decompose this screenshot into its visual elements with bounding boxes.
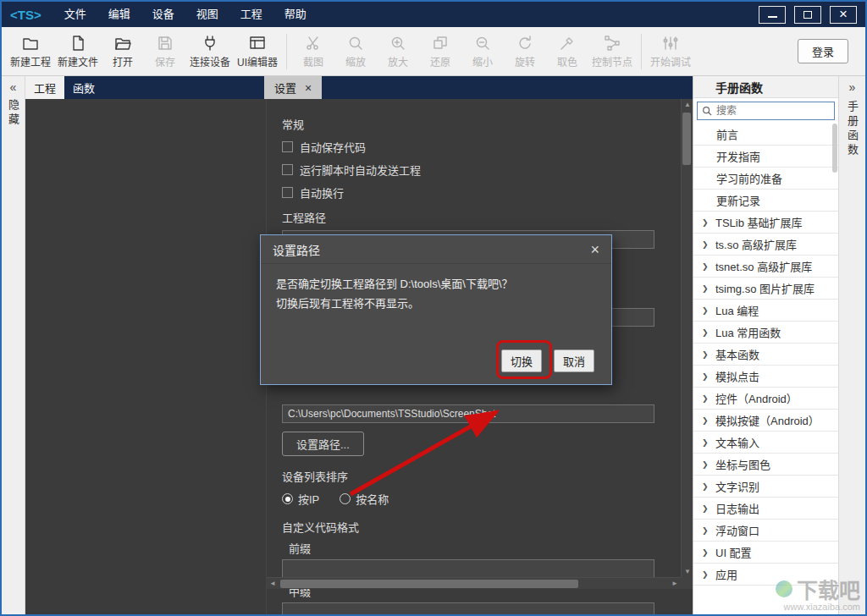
sort-by-ip-option[interactable]: 按IP (282, 491, 319, 507)
dialog-close-icon[interactable] (590, 242, 599, 257)
scroll-left-icon[interactable] (269, 578, 276, 590)
section-general: 常规 (282, 116, 667, 132)
scroll-up-icon[interactable] (682, 101, 693, 108)
minimize-button[interactable] (759, 6, 786, 24)
menu-view[interactable]: 视图 (185, 2, 229, 27)
prefix-input[interactable] (282, 559, 654, 578)
sort-by-ip-label: 按IP (298, 491, 319, 507)
screenshot-button[interactable]: 截图 (292, 29, 334, 74)
screenshot-path-input[interactable] (282, 404, 654, 423)
manual-item[interactable]: 前言 (693, 124, 838, 146)
maximize-button[interactable] (794, 6, 821, 24)
manual-item[interactable]: 开发指南 (693, 146, 838, 168)
manual-item[interactable]: tsimg.so 图片扩展库 (693, 278, 838, 300)
vertical-scrollbar[interactable] (681, 99, 693, 577)
tool-label: 新建文件 (58, 54, 98, 69)
debug-icon (662, 35, 679, 52)
collapse-left-icon[interactable]: « (10, 80, 17, 94)
manual-item[interactable]: 模拟按键（Android） (693, 410, 838, 432)
manual-item[interactable]: tsnet.so 高级扩展库 (693, 256, 838, 278)
connect-device-button[interactable]: 连接设备 (186, 29, 234, 74)
manual-search-input[interactable] (716, 105, 830, 117)
confirm-switch-button[interactable]: 切换 (501, 349, 542, 372)
vertical-scroll-thumb[interactable] (682, 113, 691, 165)
manual-item[interactable]: Lua 常用函数 (693, 322, 838, 344)
zoom-icon (347, 35, 364, 52)
manual-item[interactable]: 浮动窗口 (693, 520, 838, 542)
manual-scroll-thumb[interactable] (832, 124, 837, 173)
open-button[interactable]: 打开 (102, 29, 144, 74)
manual-item[interactable]: 坐标与图色 (693, 454, 838, 476)
autosave-label: 自动保存代码 (300, 139, 366, 155)
infix-input[interactable] (282, 602, 654, 614)
manual-item[interactable]: 模拟点击 (693, 366, 838, 388)
zoom-out-button[interactable]: 缩小 (461, 29, 504, 74)
save-button[interactable]: 保存 (144, 29, 186, 74)
tool-label: 开始调试 (650, 54, 691, 69)
dialog-message-line1: 是否确定切换工程路径到 D:\tools\桌面\下载吧\？ (276, 274, 596, 294)
manual-item-label: ts.so 高级扩展库 (715, 236, 797, 252)
chevron-right-icon (702, 350, 710, 359)
cancel-button[interactable]: 取消 (554, 349, 594, 372)
manual-item-label: Lua 常用函数 (715, 324, 781, 340)
expand-right-icon[interactable]: » (849, 80, 856, 94)
chevron-right-icon (702, 240, 710, 249)
manual-item[interactable]: ts.so 高级扩展库 (693, 234, 838, 256)
scroll-down-icon[interactable] (682, 568, 693, 575)
manual-item[interactable]: 日志输出 (693, 498, 838, 520)
control-nodes-icon (604, 35, 621, 52)
rotate-button[interactable]: 旋转 (504, 29, 546, 74)
manual-item[interactable]: 控件（Android） (693, 388, 838, 410)
start-debug-button[interactable]: 开始调试 (647, 29, 694, 74)
sort-by-name-option[interactable]: 按名称 (340, 491, 389, 507)
menu-edit[interactable]: 编辑 (97, 2, 141, 27)
new-file-button[interactable]: 新建文件 (54, 29, 102, 74)
color-picker-button[interactable]: 取色 (546, 29, 588, 74)
horizontal-scrollbar[interactable] (267, 577, 681, 589)
project-path-label: 工程路径 (282, 209, 667, 225)
chevron-right-icon (702, 504, 710, 513)
close-button[interactable] (830, 6, 857, 24)
tool-label: 控制节点 (592, 54, 632, 69)
tool-label: 放大 (388, 54, 408, 69)
menu-project[interactable]: 工程 (229, 2, 273, 27)
zoom-out-icon (474, 35, 491, 52)
login-button[interactable]: 登录 (798, 39, 848, 63)
manual-item[interactable]: Lua 编程 (693, 300, 838, 322)
manual-item-label: 更新记录 (716, 192, 760, 208)
ui-editor-button[interactable]: UI编辑器 (234, 29, 281, 74)
manual-item[interactable]: 文本输入 (693, 432, 838, 454)
horizontal-scroll-thumb[interactable] (280, 580, 578, 588)
manual-item[interactable]: 更新记录 (693, 190, 838, 212)
new-project-button[interactable]: 新建工程 (7, 29, 54, 74)
autosave-checkbox[interactable] (282, 141, 293, 152)
manual-item[interactable]: 应用 (693, 564, 838, 586)
manual-strip-label[interactable]: 手册函数 (844, 101, 860, 158)
menu-help[interactable]: 帮助 (273, 2, 318, 27)
chevron-right-icon (702, 372, 710, 381)
manual-item[interactable]: 学习前的准备 (693, 168, 838, 190)
scroll-right-icon[interactable] (671, 578, 678, 590)
radio-checked-icon (282, 493, 293, 504)
hide-panel-label[interactable]: 隐藏 (5, 99, 21, 128)
control-nodes-button[interactable]: 控制节点 (588, 29, 636, 74)
autosend-checkbox[interactable] (282, 164, 293, 175)
tab-project[interactable]: 工程 (25, 76, 64, 99)
tab-settings[interactable]: 设置 (264, 76, 322, 99)
manual-item[interactable]: 文字识别 (693, 476, 838, 498)
toolbar: 新建工程 新建文件 打开 保存 连接设备 UI编辑器 截图 缩放 (2, 27, 865, 76)
restore-button[interactable]: 还原 (419, 29, 461, 74)
wordwrap-checkbox[interactable] (282, 187, 293, 198)
menu-file[interactable]: 文件 (53, 2, 97, 27)
manual-item[interactable]: TSLib 基础扩展库 (693, 212, 838, 234)
scrollbar-corner (681, 577, 693, 589)
zoom-button[interactable]: 缩放 (334, 29, 377, 74)
manual-item[interactable]: 基本函数 (693, 344, 838, 366)
menu-device[interactable]: 设备 (141, 2, 185, 27)
connect-device-icon (202, 35, 218, 52)
manual-item[interactable]: UI 配置 (693, 542, 838, 564)
zoom-in-button[interactable]: 放大 (377, 29, 419, 74)
tab-functions[interactable]: 函数 (64, 76, 103, 99)
tab-close-icon[interactable] (305, 81, 312, 95)
set-path-button[interactable]: 设置路径... (282, 432, 364, 456)
